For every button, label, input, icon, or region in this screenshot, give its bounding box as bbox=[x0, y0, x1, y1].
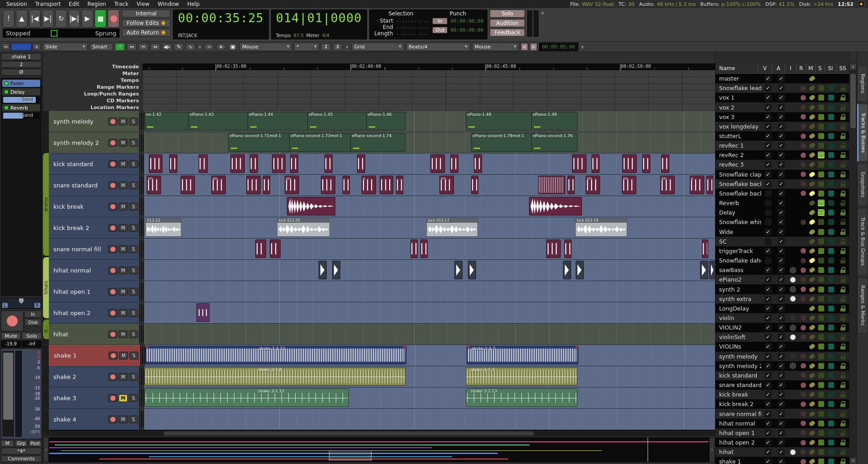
active-checkbox[interactable]: ✓ bbox=[775, 133, 787, 139]
track-list-name[interactable]: Snowflake backvc bbox=[715, 181, 761, 187]
solo-indicator[interactable] bbox=[816, 258, 825, 263]
region-ePiano-1-44[interactable]: ePiano-1.44 bbox=[248, 112, 308, 130]
summary-scroll-left-icon[interactable]: ‹ bbox=[43, 437, 49, 462]
track-list-row[interactable]: Snowflake backvc✓ bbox=[715, 189, 849, 198]
active-checkbox[interactable]: ✓ bbox=[775, 411, 787, 417]
region-sn[interactable]: sn bbox=[660, 176, 675, 194]
solo-indicator[interactable] bbox=[816, 411, 825, 417]
track-list-row[interactable]: master✓✓ bbox=[715, 74, 849, 83]
tempo-value[interactable]: 87.0 bbox=[294, 33, 304, 38]
track-header-hihat-normal[interactable]: hihat normalMS bbox=[49, 260, 139, 281]
track-list-row[interactable]: revRec 2✓✓ bbox=[715, 150, 849, 160]
track-list-row[interactable]: stutterL✓✓ bbox=[715, 131, 849, 141]
region-sn[interactable]: sn bbox=[439, 176, 454, 194]
solo-indicator[interactable] bbox=[816, 105, 825, 110]
track-header-hihat-open-2[interactable]: hihat open 2MS bbox=[49, 302, 139, 323]
visible-checkbox[interactable]: ✓ bbox=[761, 401, 775, 407]
go-end-button[interactable]: ▶| bbox=[42, 10, 54, 28]
record-indicator[interactable] bbox=[798, 191, 808, 196]
region[interactable] bbox=[169, 154, 177, 173]
checkbox-icon[interactable]: ✓ bbox=[778, 104, 785, 111]
visible-checkbox[interactable]: ✓ bbox=[761, 123, 775, 130]
checkbox-icon[interactable]: ✓ bbox=[765, 430, 772, 436]
mute-indicator[interactable] bbox=[808, 268, 816, 272]
track-list-row[interactable]: vox longdelay✓✓ bbox=[715, 122, 849, 131]
solo-indicator[interactable] bbox=[816, 334, 825, 340]
visible-checkbox[interactable]: ✓ bbox=[761, 171, 775, 178]
active-checkbox[interactable]: ✓ bbox=[775, 161, 787, 168]
visible-checkbox[interactable]: ✓ bbox=[761, 94, 775, 101]
solo-safe-indicator[interactable] bbox=[836, 85, 849, 91]
solo-indicator[interactable] bbox=[816, 209, 825, 216]
solo-isolate-indicator[interactable] bbox=[825, 306, 836, 311]
record-indicator[interactable] bbox=[798, 220, 808, 225]
track-header-snare-normal-fill[interactable]: snare normal fillMS bbox=[49, 239, 139, 259]
record-indicator[interactable] bbox=[798, 383, 808, 388]
visible-checkbox[interactable] bbox=[761, 190, 775, 197]
track-mute-button[interactable]: M bbox=[119, 416, 128, 423]
mute-indicator[interactable] bbox=[808, 105, 816, 110]
region[interactable] bbox=[430, 154, 445, 173]
solo-indicator[interactable] bbox=[816, 124, 825, 129]
track-header-shake-1[interactable]: shake 1MS bbox=[49, 345, 140, 366]
region[interactable] bbox=[563, 261, 571, 279]
mute-indicator[interactable] bbox=[808, 440, 816, 445]
track-list-name[interactable]: vox 1 bbox=[715, 94, 761, 101]
chevron-down-icon[interactable]: ∨ bbox=[580, 44, 585, 49]
solo-indicator[interactable] bbox=[816, 133, 825, 139]
track-list-row[interactable]: synth melody 2✓✓ bbox=[715, 361, 849, 371]
solo-indicator[interactable] bbox=[816, 85, 825, 91]
record-indicator[interactable] bbox=[798, 248, 808, 254]
region[interactable] bbox=[471, 176, 478, 194]
region[interactable] bbox=[287, 197, 335, 215]
track-list-row[interactable]: violinSoft✓✓ bbox=[715, 332, 849, 342]
region[interactable] bbox=[246, 176, 261, 194]
checkbox-icon[interactable]: ✓ bbox=[765, 248, 772, 254]
track-list-row[interactable]: LongDelay✓✓ bbox=[715, 304, 849, 313]
track-canvas[interactable]: shake 2-1.8shake 2-1.7 bbox=[144, 366, 715, 387]
record-indicator[interactable] bbox=[798, 450, 808, 455]
checkbox-icon[interactable]: ✓ bbox=[765, 411, 772, 417]
solo-isolate-indicator[interactable] bbox=[825, 411, 836, 417]
mute-indicator[interactable] bbox=[808, 306, 816, 311]
active-checkbox[interactable]: ✓ bbox=[775, 114, 787, 120]
region-sn[interactable]: sn bbox=[147, 176, 161, 194]
solo-isolate-indicator[interactable] bbox=[825, 258, 836, 263]
strip-name-button[interactable]: shake 1 bbox=[1, 53, 42, 60]
track-list-row[interactable]: snare standard✓✓ bbox=[715, 380, 849, 390]
solo-isolate-indicator[interactable] bbox=[825, 449, 836, 455]
track-record-button[interactable] bbox=[108, 309, 117, 317]
visible-checkbox[interactable]: ✓ bbox=[761, 315, 775, 321]
region[interactable] bbox=[250, 154, 258, 173]
solo-safe-indicator[interactable] bbox=[836, 191, 849, 196]
solo-safe-indicator[interactable] bbox=[836, 334, 849, 340]
record-indicator[interactable] bbox=[798, 421, 808, 426]
solo-isolate-indicator[interactable] bbox=[825, 354, 836, 359]
track-record-button[interactable] bbox=[108, 182, 117, 189]
metronome-button[interactable]: ▲ bbox=[16, 10, 28, 28]
mute-indicator[interactable] bbox=[808, 383, 816, 387]
region[interactable] bbox=[181, 176, 195, 194]
solo-isolate-indicator[interactable] bbox=[825, 85, 836, 91]
visible-checkbox[interactable]: ✓ bbox=[761, 372, 775, 379]
visible-checkbox[interactable] bbox=[761, 200, 775, 206]
solo-safe-indicator[interactable] bbox=[836, 306, 849, 311]
solo-isolate-indicator[interactable] bbox=[825, 325, 836, 330]
active-checkbox[interactable]: ✓ bbox=[775, 324, 787, 331]
active-checkbox[interactable]: ✓ bbox=[775, 104, 787, 111]
region[interactable] bbox=[332, 261, 340, 279]
vca-button[interactable]: *4* bbox=[1, 448, 42, 454]
region-no-1-42[interactable]: no-1.42 bbox=[144, 112, 189, 130]
track-list-row[interactable]: ePiano2✓✓ bbox=[715, 275, 849, 284]
tab-tracks-busses[interactable]: Tracks & Busses bbox=[857, 104, 868, 162]
visible-checkbox[interactable]: ✓ bbox=[761, 114, 775, 120]
track-name[interactable]: synth melody 2 bbox=[53, 139, 107, 146]
solo-safe-indicator[interactable] bbox=[836, 459, 849, 464]
menu-session[interactable]: Session bbox=[3, 0, 31, 8]
solo-indicator[interactable] bbox=[816, 306, 825, 311]
track-list-name[interactable]: snare standard bbox=[715, 382, 761, 388]
track-list-name[interactable]: master bbox=[715, 75, 761, 82]
scrollbar-handle[interactable] bbox=[164, 431, 534, 435]
record-indicator[interactable] bbox=[798, 315, 808, 320]
region[interactable] bbox=[572, 154, 587, 173]
